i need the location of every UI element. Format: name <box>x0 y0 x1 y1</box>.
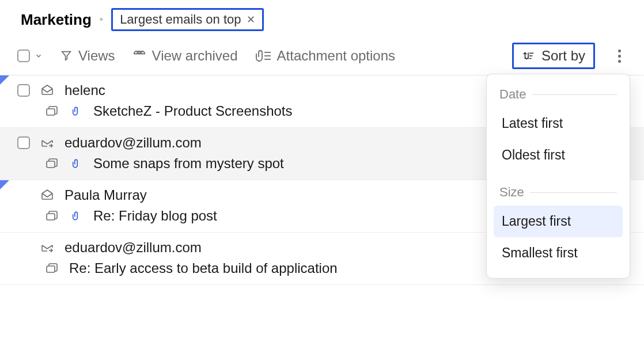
sort-option[interactable]: Smallest first <box>494 237 623 269</box>
sort-by-button[interactable]: Sort by <box>512 43 595 69</box>
row-checkbox[interactable] <box>17 136 30 149</box>
sort-option[interactable]: Latest first <box>494 108 623 139</box>
views-button[interactable]: Views <box>60 48 115 64</box>
envelope-icon <box>40 83 54 97</box>
header: Marketing • Largest emails on top ✕ <box>0 0 644 39</box>
sort-dropdown: DateLatest firstOldest firstSizeLargest … <box>486 74 630 279</box>
envelope-icon <box>40 188 54 202</box>
svg-rect-9 <box>47 214 55 220</box>
filter-chip-label: Largest emails on top <box>120 12 241 27</box>
separator-dot: • <box>100 14 103 26</box>
close-icon[interactable]: ✕ <box>247 13 255 26</box>
sort-by-label: Sort by <box>541 48 585 64</box>
select-all-control[interactable] <box>17 50 43 62</box>
unread-indicator <box>0 75 9 85</box>
view-archived-label: View archived <box>152 48 238 64</box>
attachment-options-icon <box>255 49 271 63</box>
svg-rect-7 <box>47 109 55 115</box>
subject: Some snaps from mystery spot <box>93 155 284 172</box>
conversation-icon <box>45 157 59 170</box>
unread-indicator <box>0 180 9 189</box>
subject: SketcheZ - Product Screenshots <box>93 103 293 119</box>
sender: eduardov@zillum.com <box>65 135 202 151</box>
sender: Paula Murray <box>65 187 147 203</box>
sort-icon <box>522 50 535 62</box>
sort-section: DateLatest firstOldest first <box>494 83 623 171</box>
toolbar: Views View archived Attachment options S… <box>0 39 644 75</box>
conversation-icon <box>45 104 59 118</box>
svg-rect-10 <box>47 266 55 272</box>
attachment-options-button[interactable]: Attachment options <box>255 48 395 64</box>
page-title: Marketing <box>21 11 92 29</box>
attachment-icon <box>69 157 83 170</box>
attachment-icon <box>69 209 83 223</box>
sort-section-label: Size <box>494 181 623 206</box>
views-label: Views <box>78 48 115 64</box>
attachment-icon <box>69 104 83 118</box>
attachment-options-label: Attachment options <box>277 48 395 64</box>
sort-option[interactable]: Largest first <box>494 206 623 237</box>
sort-option[interactable]: Oldest first <box>494 139 623 171</box>
filter-icon <box>60 50 73 62</box>
chevron-down-icon[interactable] <box>35 52 43 60</box>
archive-icon <box>132 49 146 63</box>
envelope-icon <box>40 241 54 254</box>
sender: helenc <box>65 82 105 98</box>
envelope-icon <box>40 136 54 150</box>
conversation-icon <box>45 209 59 223</box>
row-checkbox[interactable] <box>17 84 30 97</box>
sender: eduardov@zillum.com <box>65 240 202 256</box>
svg-rect-8 <box>47 161 55 168</box>
active-filter-chip[interactable]: Largest emails on top ✕ <box>111 8 264 31</box>
select-all-checkbox[interactable] <box>17 50 30 62</box>
subject: Re: Early access to beta build of applic… <box>69 260 338 276</box>
subject: Re: Friday blog post <box>93 208 217 224</box>
sort-section-label: Date <box>494 83 623 108</box>
more-options-button[interactable] <box>612 46 627 66</box>
conversation-icon <box>45 261 59 275</box>
sort-section: SizeLargest firstSmallest first <box>494 181 623 269</box>
view-archived-button[interactable]: View archived <box>132 48 238 64</box>
